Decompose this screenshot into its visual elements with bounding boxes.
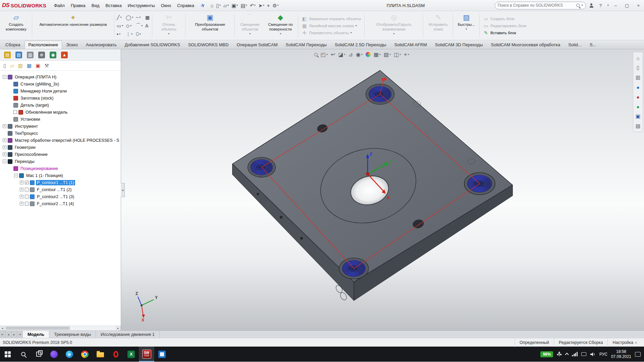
menu-item-1[interactable]: Правка [68,1,89,10]
image-icon[interactable]: ▦ [27,63,32,68]
excel-taskbar-button[interactable]: X [123,347,139,362]
tree-expander-icon[interactable]: + [20,181,23,184]
chrome-taskbar-button[interactable] [77,347,93,362]
open-folder-icon[interactable]: ▱ [10,63,14,68]
tab-first-icon[interactable]: ⇤ [0,331,6,338]
sketch-rectangle-button[interactable]: ▭▾ [117,21,123,30]
tools-icon[interactable]: ⚒ [44,63,49,68]
property-manager-tab[interactable]: ▥ [27,52,34,58]
media-app-taskbar-button[interactable] [154,347,170,362]
create-layout-button[interactable]: ▱ Создать компоновку [1,12,31,39]
previous-view-button[interactable]: ↩ [331,51,335,58]
tree-item-18[interactable]: +F_contour2 ...T1 (4) [0,200,121,207]
mouse-gesture-button[interactable]: ⌖ [267,3,270,8]
customize-button[interactable]: Настройка▴ [607,338,641,347]
display-manager-tab[interactable]: ◉ [50,52,56,58]
clipboard-icon[interactable]: ▣ [36,63,40,68]
tree-expander-icon[interactable]: − [3,160,6,163]
configuration-manager-tab[interactable]: ⊕ [38,52,45,58]
ribbon-tab-2[interactable]: Эскиз [62,41,82,49]
tree-item-1[interactable]: Станок (gMilling_3x) [0,80,121,87]
ribbon-tab-10[interactable]: SolidCAM 3D Переходы [431,41,487,49]
mirror-entities-button[interactable]: ◧ Зеркально отразить объекты [301,16,362,22]
tree-expander-icon[interactable]: + [3,145,6,149]
tree-expander-icon[interactable]: + [3,124,6,128]
tree-item-0[interactable]: −Операция (ПЛИТА H) [0,73,121,80]
menu-item-4[interactable]: Инструменты [125,1,158,10]
tree-checkbox[interactable] [25,195,29,198]
close-button[interactable]: × [635,2,642,9]
tree-expander-icon[interactable]: + [20,195,23,198]
new-document-icon[interactable]: ▯ [3,63,6,68]
action-center-icon[interactable] [635,352,641,357]
panel-horizontal-scrollbar[interactable]: ◂ ▸ [0,325,121,330]
signal-icon[interactable] [572,352,578,356]
move-entities-button[interactable]: ✛ Переместить объекты ▾ [301,30,362,36]
clock[interactable]: 18:58 07.09.2021 [611,349,631,359]
apply-scene-button[interactable]: ▦▾ [374,51,381,58]
tree-item-7[interactable]: +Инструмент [0,123,121,130]
tree-item-8[interactable]: ТехПроцесс [0,130,121,137]
tree-item-3[interactable]: Заготовка (stock) [0,95,121,102]
tree-expander-icon[interactable]: − [14,174,18,177]
volume-icon[interactable] [590,352,596,357]
new-document-button[interactable]: ▯▾ [216,3,220,8]
tab-previous-icon[interactable]: ◂ [6,331,11,338]
tree-item-16[interactable]: +F_contour ...T1 (2) [0,186,121,193]
tree-item-12[interactable]: −Переходы [0,158,121,165]
ribbon-tab-9[interactable]: SolidCAM AFRM [390,41,431,49]
help-search-box[interactable]: Поиск в Справке по SOLIDWORKS ▾ [495,2,586,9]
usb-icon[interactable] [557,352,562,357]
templates-icon[interactable]: ▥ [634,74,642,81]
user-account-icon[interactable] [589,3,594,8]
open-button[interactable]: ▱▾ [223,3,229,8]
network-icon[interactable] [581,352,586,356]
edit-block-button[interactable]: ▭ Редактировать блок [482,23,527,29]
insert-block-button[interactable]: ✎ Вставить блок [482,30,527,36]
tree-item-14[interactable]: −Мас 1 (1- Позиция) [0,172,121,179]
zoom-fit-button[interactable] [314,53,318,56]
ribbon-tab-0[interactable]: Сборка [1,41,24,49]
sketch-text-button[interactable]: A [145,21,150,30]
sketch-line-button[interactable]: ╱▾ [117,13,123,21]
graphics-area[interactable]: Z Y X Z Y X ◰▾↩◪▾⊿◉▾▦▾▧▾◫▾⌖▾ ⌂▯▥●●●▣▧ [121,49,644,330]
view-orientation-button[interactable]: ▧▾ [384,51,391,58]
help-caret-icon[interactable]: ▾ [607,4,609,7]
document-icon[interactable]: ▯ [634,64,642,71]
search-taskbar-button[interactable] [15,347,31,362]
scroll-right-icon[interactable]: ▸ [116,326,121,330]
tree-item-15[interactable]: +✓P_contour1 ...T1 (1) [0,179,121,186]
tree-checkbox[interactable] [13,110,17,114]
tree-expander-icon[interactable]: − [3,75,6,79]
tree-item-9[interactable]: +Мастер обработки отверстий (HOLE PROCES… [0,137,121,144]
sketch-ellipse-button[interactable]: ⬯▾ [136,30,143,38]
cam-manager-tab[interactable]: ▤ [4,52,11,58]
solidworks-resources-icon[interactable]: ✈ [200,2,206,9]
repair-sketch-button[interactable]: ✎ Исправить эскиз [424,12,452,39]
scroll-track[interactable] [5,326,116,330]
library-icon[interactable]: ▥ [18,63,23,68]
linear-pattern-button[interactable]: ▦ Линейный массив эскиза ▾ [301,23,362,29]
display-relations-button[interactable]: ◎ Отобразить/Скрыть взаимосвязи ▾ [366,12,422,39]
doc-tab-2[interactable]: Исследование движения 1 [96,331,160,338]
print-button[interactable]: ▤▾ [241,3,247,8]
tree-item-13[interactable]: Позиционирование [0,165,121,172]
show-hidden-icons-icon[interactable] [565,353,569,356]
sketch-centerline-button[interactable]: ⋮▾ [126,30,133,38]
tree-checkbox[interactable]: ✓ [25,181,29,184]
monitor-icon[interactable]: ▣ [634,113,642,120]
sketch-arc-button[interactable]: ⌒▾ [136,21,143,30]
menu-item-2[interactable]: Вид [89,1,103,10]
make-block-button[interactable]: ▱ Создать блок [482,16,527,22]
search-icon[interactable] [576,4,580,7]
ribbon-tab-4[interactable]: Добавления SOLIDWORKS [121,41,184,49]
scroll-thumb[interactable] [6,326,70,330]
cam-operations-tab[interactable]: ▲ [61,52,68,58]
panel-collapse-handle[interactable]: ◂ [121,183,125,197]
opera-taskbar-button[interactable] [108,347,123,362]
restore-button[interactable]: ▢ [623,2,631,9]
edge-taskbar-button[interactable]: e [62,347,77,362]
battery-badge[interactable]: 98% [540,351,553,357]
tree-item-5[interactable]: Обновлённая модель [0,109,121,116]
tree-expander-icon[interactable]: + [3,153,6,156]
